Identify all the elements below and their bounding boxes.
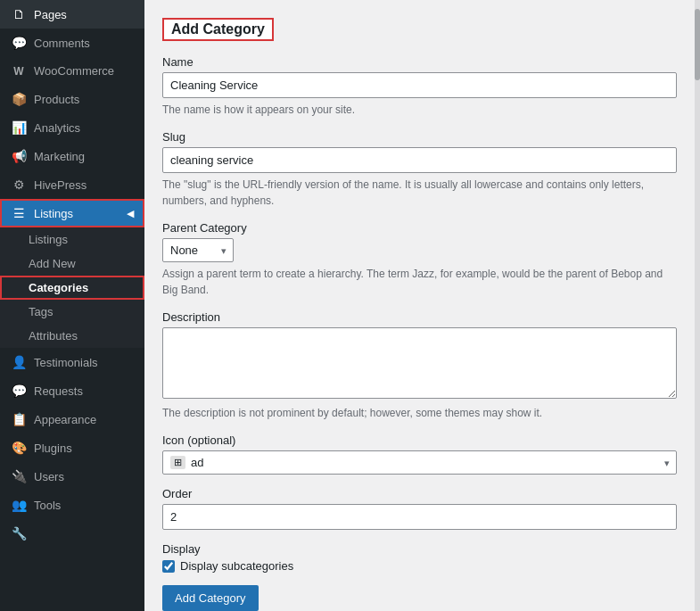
- slug-help: The "slug" is the URL-friendly version o…: [162, 177, 677, 209]
- submenu-item-categories[interactable]: Categories: [0, 276, 144, 300]
- sidebar-label-marketing: Marketing: [34, 150, 85, 163]
- parent-category-select[interactable]: None: [162, 238, 234, 262]
- sidebar-label-users: Tools: [34, 499, 61, 512]
- name-section: Name The name is how it appears on your …: [162, 55, 677, 118]
- order-section: Order: [162, 487, 677, 530]
- sidebar-item-listings[interactable]: ☰ Listings ◀: [0, 199, 144, 227]
- submenu-item-tags[interactable]: Tags: [0, 300, 144, 324]
- pages-icon: 🗋: [11, 7, 27, 21]
- testimonials-icon: 💬: [11, 384, 27, 398]
- marketing-icon: 📢: [11, 149, 27, 163]
- icon-preview-box: ⊞: [170, 456, 185, 469]
- plugins-icon: 🔌: [11, 469, 27, 483]
- tools-icon: 🔧: [11, 526, 27, 541]
- display-label: Display: [162, 542, 677, 556]
- sidebar-label-requests: Appearance: [34, 413, 96, 426]
- sidebar-item-hivepress[interactable]: ⚙ HivePress: [0, 170, 144, 199]
- hivepress-icon: ⚙: [11, 178, 27, 192]
- icon-label: Icon (optional): [162, 433, 677, 447]
- submenu-item-listings-list[interactable]: Listings: [0, 227, 144, 252]
- analytics-icon: 📊: [11, 120, 27, 135]
- name-input[interactable]: [162, 72, 677, 98]
- sidebar-label-analytics: Analytics: [34, 121, 80, 135]
- slug-input[interactable]: [162, 147, 677, 173]
- slug-section: Slug The "slug" is the URL-friendly vers…: [162, 130, 677, 209]
- sidebar-label-testimonials: Requests: [34, 384, 83, 398]
- submenu-item-attributes[interactable]: Attributes: [0, 324, 144, 348]
- sidebar-item-testimonials[interactable]: 💬 Requests: [0, 376, 144, 405]
- sidebar-item-requests[interactable]: 📋 Appearance: [0, 405, 144, 433]
- sidebar-label-products: Products: [34, 93, 79, 106]
- sidebar-label-woocommerce: WooCommerce: [34, 64, 114, 78]
- scrollbar-thumb: [695, 9, 700, 80]
- order-label: Order: [162, 487, 677, 500]
- comments-icon: 💬: [11, 36, 27, 50]
- sidebar-label-hivepress: HivePress: [34, 178, 86, 192]
- sidebar-item-woocommerce[interactable]: W WooCommerce: [0, 57, 144, 85]
- icon-value-text: ad: [191, 456, 203, 469]
- parent-help: Assign a parent term to create a hierarc…: [162, 266, 677, 298]
- icon-section: Icon (optional) ⊞ ad ▾: [162, 433, 677, 475]
- display-subcategories-wrap: Display subcategories: [162, 559, 677, 573]
- main-content: Add Category Name The name is how it app…: [144, 0, 695, 611]
- sidebar-item-users[interactable]: 👥 Tools: [0, 491, 144, 519]
- page-title: Add Category: [162, 18, 274, 41]
- order-input[interactable]: [162, 504, 677, 530]
- icon-select-wrap: ⊞ ad ▾: [162, 450, 677, 475]
- vendors-icon: 👤: [11, 355, 27, 369]
- description-help: The description is not prominent by defa…: [162, 405, 677, 421]
- sidebar-item-tools[interactable]: 🔧: [0, 519, 144, 548]
- listings-icon: ☰: [11, 206, 27, 220]
- parent-category-label: Parent Category: [162, 221, 677, 235]
- sidebar-label-comments: Comments: [34, 37, 90, 50]
- sidebar-item-marketing[interactable]: 📢 Marketing: [0, 142, 144, 170]
- submit-section: Add Category: [162, 585, 677, 611]
- sidebar-item-appearance[interactable]: 🎨 Plugins: [0, 433, 144, 462]
- display-section: Display Display subcategories: [162, 542, 677, 573]
- sidebar-item-plugins[interactable]: 🔌 Users: [0, 462, 144, 491]
- display-subcategories-label[interactable]: Display subcategories: [180, 559, 293, 573]
- sidebar-item-products[interactable]: 📦 Products: [0, 85, 144, 113]
- sidebar-label-appearance: Plugins: [34, 442, 72, 455]
- sidebar-item-pages[interactable]: 🗋 Pages: [0, 0, 144, 29]
- slug-label: Slug: [162, 130, 677, 144]
- sidebar-item-vendors[interactable]: 👤 Testimonials: [0, 348, 144, 376]
- users-icon: 👥: [11, 498, 27, 512]
- sidebar: 🗋 Pages 💬 Comments W WooCommerce 📦 Produ…: [0, 0, 144, 611]
- description-section: Description The description is not promi…: [162, 310, 677, 421]
- name-label: Name: [162, 55, 677, 69]
- listings-arrow: ◀: [127, 208, 134, 219]
- scrollbar[interactable]: [695, 0, 700, 611]
- description-label: Description: [162, 310, 677, 324]
- submenu-item-add-new[interactable]: Add New: [0, 252, 144, 276]
- description-textarea[interactable]: [162, 327, 677, 399]
- parent-category-section: Parent Category None ▾ Assign a parent t…: [162, 221, 677, 298]
- sidebar-label-plugins: Users: [34, 470, 64, 483]
- appearance-icon: 🎨: [11, 441, 27, 455]
- sidebar-label-pages: Pages: [34, 8, 67, 21]
- listings-submenu: Listings Add New Categories Tags Attribu…: [0, 227, 144, 348]
- requests-icon: 📋: [11, 412, 27, 426]
- sidebar-label-listings: Listings: [34, 207, 73, 220]
- add-category-button[interactable]: Add Category: [162, 585, 259, 611]
- sidebar-item-comments[interactable]: 💬 Comments: [0, 29, 144, 57]
- sidebar-item-analytics[interactable]: 📊 Analytics: [0, 113, 144, 142]
- sidebar-label-vendors: Testimonials: [34, 356, 98, 369]
- products-icon: 📦: [11, 92, 27, 106]
- display-subcategories-checkbox[interactable]: [162, 560, 175, 573]
- name-help: The name is how it appears on your site.: [162, 102, 677, 118]
- icon-select-display[interactable]: ⊞ ad: [162, 450, 677, 475]
- parent-select-wrap: None ▾: [162, 238, 234, 262]
- woocommerce-icon: W: [11, 65, 27, 78]
